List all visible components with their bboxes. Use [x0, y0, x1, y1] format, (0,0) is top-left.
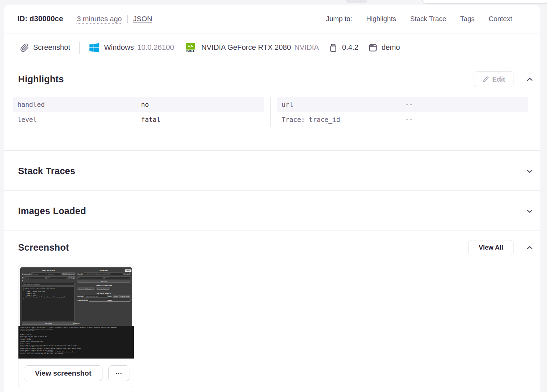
stack-traces-section-header[interactable]: Stack Traces [4, 151, 540, 190]
app-name: demo [382, 43, 400, 52]
screenshot-title: Screenshot [18, 242, 69, 253]
thumb-level-select: INFO [113, 295, 118, 298]
thumb-category-input: Category [47, 272, 61, 275]
screenshot-card-footer: View screenshot ⋯ [18, 359, 134, 388]
view-screenshot-button[interactable]: View screenshot [24, 365, 102, 381]
jump-link-context[interactable]: Context [489, 15, 512, 23]
thumb-capture-events-title: CAPTURE EVENTS [78, 292, 130, 294]
thumb-level-label: Level: [108, 296, 112, 297]
highlights-title: Highlights [18, 74, 64, 85]
screenshot-section-header: Screenshot View All [4, 230, 540, 255]
top-cutoff-button[interactable] [422, 0, 547, 4]
thumb-context-label: Context [22, 280, 75, 282]
thumb-generate-cpp-button: Generate C++ error [96, 288, 111, 290]
thumb-add-breadcrumb-button: Add Breadcrumb [62, 272, 75, 275]
thumb-generate-errors-title: GENERATE ERRORS [78, 285, 130, 286]
screenshot-thumbnail[interactable]: ENRICH EVENTS Breadcrumb: Message Catego… [18, 264, 134, 359]
gpu-item: NVIDIA GeForce RTX 2080 NVIDIA [197, 43, 319, 52]
thumbnail-enrich-panel: ENRICH EVENTS Breadcrumb: Message Catego… [22, 269, 75, 326]
top-cutoff-divider [323, 0, 323, 3]
thumb-context-code: # custom context expressed as a dictiona… [22, 286, 75, 321]
thumb-enrich-title: ENRICH EVENTS [22, 270, 75, 271]
screenshot-more-options-button[interactable]: ⋯ [108, 365, 129, 381]
nvidia-logo-icon: NVIDIA. [184, 43, 197, 52]
ellipsis-icon: ⋯ [115, 369, 123, 377]
highlights-section-header: Highlights Edit [4, 69, 540, 89]
highlight-value: no [141, 101, 264, 108]
event-time-link[interactable]: 3 minutes ago [77, 15, 122, 23]
thumb-crash-button: CRASH! [89, 299, 130, 302]
context-bar: Screenshot Windows 10.0.26100 NVIDIA. NV… [4, 33, 540, 62]
thumb-info-badge: INFO [125, 269, 131, 272]
header-divider [127, 15, 128, 23]
window-icon [368, 43, 378, 53]
attachment-label: Screenshot [33, 43, 70, 52]
thumb-infer-ip-label: Infer IP [126, 273, 130, 275]
edit-highlights-button[interactable]: Edit [474, 71, 514, 87]
thumb-add-tag-button: Add Tag [68, 276, 75, 279]
os-version: 10.0.26100 [137, 43, 174, 52]
app-item: demo [368, 43, 400, 53]
jump-to-nav: Jump to: Highlights Stack Trace Tags Con… [326, 15, 512, 23]
thumb-capture-event-button: Capture Event [119, 295, 130, 298]
thumb-user-id-input: a9c35f9f-290b-671d-dbcb-3ad096821713 [84, 272, 123, 275]
highlights-column-right: url -- Trace: trace_id -- [277, 97, 529, 127]
images-loaded-section-header[interactable]: Images Loaded [4, 191, 540, 230]
highlight-key: Trace: trace_id [282, 116, 405, 123]
thumb-output-title: OUTPUT [18, 323, 134, 325]
view-all-button[interactable]: View All [468, 240, 514, 255]
json-link[interactable]: JSON [133, 15, 152, 23]
thumb-context-name-input: Enter name for the context [22, 283, 75, 285]
thumb-infer-ip-checkbox [124, 273, 125, 275]
thumb-message-input: Message [31, 272, 46, 275]
thumb-username-input: Username [78, 276, 104, 279]
thumb-user-id-label: User ID: [78, 273, 83, 275]
windows-logo-icon [88, 42, 100, 54]
images-loaded-chevron-down-icon[interactable] [525, 207, 534, 215]
jump-link-highlights[interactable]: Highlights [366, 15, 396, 23]
highlight-row-url: url -- [277, 97, 529, 112]
highlight-value: fatal [141, 116, 264, 123]
stack-traces-chevron-down-icon[interactable] [525, 167, 534, 176]
thumb-message-text-input: Enter message text [85, 295, 108, 298]
thumb-console-output: x-sentry-auth: Sentry sentry_key=..., se… [18, 326, 134, 359]
jump-link-stack-trace[interactable]: Stack Trace [410, 15, 446, 23]
thumb-generate-gdscript-button: Generate GDScript error [78, 288, 95, 290]
highlight-row-level: level fatal [13, 112, 264, 127]
images-loaded-title: Images Loaded [18, 206, 86, 216]
jump-to-label: Jump to: [326, 15, 352, 23]
highlights-collapse-chevron-up-icon[interactable] [525, 75, 534, 83]
highlights-table: handled no level fatal url -- Trace: tra… [13, 97, 528, 127]
thumbnail-app-window: ENRICH EVENTS Breadcrumb: Message Catego… [20, 267, 132, 326]
thumb-breadcrumb-label: Breadcrumb: [22, 273, 31, 275]
os-item: Windows 10.0.26100 [88, 42, 174, 54]
highlight-key: handled [17, 101, 141, 108]
highlight-value: -- [405, 116, 529, 123]
highlight-value: -- [405, 101, 529, 108]
release-item: 0.4.2 [328, 43, 359, 53]
gpu-name: NVIDIA GeForce RTX 2080 [201, 43, 291, 52]
highlight-key: url [282, 101, 405, 108]
package-icon [328, 43, 338, 53]
highlight-row-handled: handled no [13, 97, 264, 112]
attachment-item[interactable]: Screenshot [20, 43, 70, 52]
event-id: ID: d30000ce [17, 15, 63, 23]
thumb-user-info-title: USER INFO [78, 270, 130, 271]
screenshot-card: ENRICH EVENTS Breadcrumb: Message Catego… [18, 264, 134, 388]
screenshot-collapse-chevron-up-icon[interactable] [525, 243, 534, 252]
os-name: Windows [104, 43, 134, 52]
thumb-value-input: Value [46, 276, 67, 279]
thumb-set-user-button: Set User [78, 280, 130, 283]
gpu-vendor: NVIDIA [294, 43, 319, 52]
thumb-message-label: Message: [78, 296, 84, 297]
thumb-crash-label: Crash program: [78, 299, 88, 301]
context-divider [79, 42, 80, 54]
thumb-key-input: Key [26, 276, 46, 279]
thumb-tag-label: Tag: [22, 277, 25, 279]
highlights-column-left: handled no level fatal [13, 97, 264, 127]
thumbnail-user-panel: USER INFO User ID: a9c35f9f-290b-671d-db… [78, 269, 130, 326]
highlight-row-trace-id: Trace: trace_id -- [277, 112, 529, 127]
jump-link-tags[interactable]: Tags [460, 15, 475, 23]
highlights-column-divider [270, 97, 271, 127]
stack-traces-title: Stack Traces [18, 166, 75, 177]
